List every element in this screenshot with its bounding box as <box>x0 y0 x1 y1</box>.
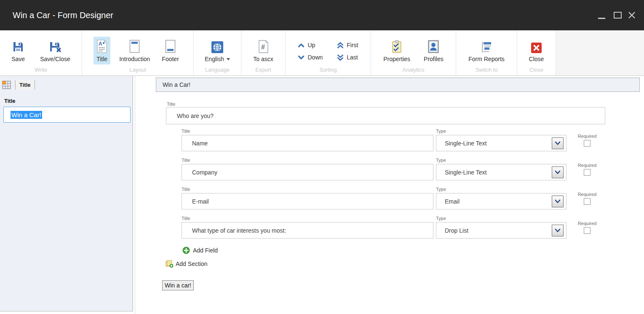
ribbon-empty-area <box>556 30 644 75</box>
form-title-input[interactable]: Who are you? <box>166 107 605 124</box>
field-type-select[interactable]: Drop List <box>436 222 567 239</box>
close-button[interactable]: Close <box>526 37 547 64</box>
double-chevron-up-icon <box>337 42 344 48</box>
close-red-icon <box>531 39 542 53</box>
required-checkbox[interactable] <box>584 198 591 205</box>
globe-icon <box>211 39 223 53</box>
field-type-select[interactable]: Email <box>436 193 567 209</box>
sidebar-title-label: Title <box>4 98 16 104</box>
profiles-button[interactable]: Profiles <box>421 37 446 64</box>
title-input[interactable]: Win a Car! <box>3 107 131 123</box>
maximize-icon <box>614 12 622 19</box>
add-plus-icon <box>182 247 190 254</box>
field-title-label: Title <box>182 187 433 192</box>
chevron-down-icon <box>554 199 561 204</box>
submit-button-preview[interactable]: Win a car! <box>162 280 194 290</box>
footer-button[interactable]: Footer <box>159 37 182 64</box>
sort-up-label: Up <box>307 42 315 48</box>
profiles-person-icon <box>428 39 439 53</box>
field-title-label: Title <box>182 158 433 163</box>
save-button-label: Save <box>11 56 25 62</box>
form-header-title: Win a Car! <box>163 81 190 88</box>
add-field-button[interactable]: Add Field <box>182 247 218 254</box>
field-title-value: Company <box>192 169 217 176</box>
title-input-selected-text: Win a Car! <box>11 111 42 119</box>
field-type-label: Type <box>436 129 567 134</box>
minimize-icon <box>598 18 605 19</box>
ribbon-group-close: Close Close <box>517 30 556 75</box>
chevron-down-icon <box>554 228 561 233</box>
required-label: Required <box>578 192 597 197</box>
required-label: Required <box>578 221 597 226</box>
required-checkbox[interactable] <box>584 227 591 234</box>
close-button-label: Close <box>529 56 544 62</box>
save-button[interactable]: Save <box>8 37 28 64</box>
window-title: Win a Car - Form Designer <box>13 0 113 30</box>
sort-down-label: Down <box>307 54 323 61</box>
title-editor-panel: Title Title Win a Car! <box>0 76 133 311</box>
add-section-label: Add Section <box>176 260 208 267</box>
field-title-value: What type of car interests you most: <box>192 227 286 234</box>
form-header-bar[interactable]: Win a Car! <box>156 78 640 92</box>
title-button[interactable]: A Title <box>94 37 110 64</box>
minimize-button[interactable] <box>594 0 609 30</box>
ribbon-group-label-language: Language <box>194 67 241 73</box>
add-field-label: Add Field <box>193 247 218 254</box>
form-title-label: Title <box>167 102 175 107</box>
field-row-name: Title Name Type Single-Line Text Require… <box>182 129 607 155</box>
field-row-company: Title Company Type Single-Line Text Requ… <box>182 158 607 184</box>
double-chevron-down-icon <box>337 54 344 61</box>
sort-down-button[interactable]: Down <box>298 54 323 61</box>
required-checkbox[interactable] <box>584 140 591 147</box>
ribbon-group-write: Save Save/Close Write <box>0 30 82 75</box>
ribbon-group-language: English Language <box>194 30 241 75</box>
select-dropdown-button[interactable] <box>552 166 564 178</box>
chevron-up-icon <box>298 43 305 48</box>
chevron-down-icon <box>298 55 305 60</box>
field-title-value: Name <box>192 140 208 147</box>
svg-text:#: # <box>261 43 265 51</box>
maximize-button[interactable] <box>610 0 625 30</box>
field-type-select[interactable]: Single-Line Text <box>436 164 567 180</box>
profiles-button-label: Profiles <box>424 56 444 62</box>
ribbon-toolbar: Save Save/Close Write A Title <box>0 30 644 76</box>
window-close-button[interactable] <box>625 0 639 30</box>
save-close-icon <box>48 39 62 53</box>
sidebar-tab-title[interactable]: Title <box>15 80 35 90</box>
select-dropdown-button[interactable] <box>552 196 564 207</box>
add-section-button[interactable]: Add Section <box>166 260 208 268</box>
sort-last-label: Last <box>347 54 358 61</box>
add-section-icon <box>166 260 174 268</box>
sort-last-button[interactable]: Last <box>337 54 358 61</box>
save-close-button[interactable]: Save/Close <box>37 37 73 64</box>
to-ascx-button[interactable]: # To ascx <box>250 37 276 64</box>
field-row-email: Title E-mail Type Email Required <box>182 187 607 213</box>
introduction-button[interactable]: Introduction <box>116 37 153 64</box>
form-reports-button[interactable]: Form Reports <box>465 37 508 64</box>
language-dropdown-button[interactable]: English <box>202 37 233 64</box>
sort-first-label: First <box>347 42 358 48</box>
field-type-label: Type <box>436 216 567 221</box>
field-type-value: Email <box>445 198 460 205</box>
dropdown-arrow-icon <box>227 58 230 60</box>
select-dropdown-button[interactable] <box>552 225 564 236</box>
form-grid-icon <box>1 80 12 90</box>
titlebar: Win a Car - Form Designer <box>0 0 644 30</box>
field-title-input[interactable]: E-mail <box>182 193 433 209</box>
field-title-input[interactable]: What type of car interests you most: <box>182 222 433 239</box>
chevron-down-icon <box>554 141 561 146</box>
footer-page-icon <box>165 39 176 53</box>
properties-clipboard-icon <box>392 39 402 53</box>
properties-button[interactable]: Properties <box>380 37 413 64</box>
field-type-select[interactable]: Single-Line Text <box>436 135 567 151</box>
required-checkbox[interactable] <box>584 169 591 176</box>
language-label: English <box>205 56 224 62</box>
to-ascx-button-label: To ascx <box>253 56 273 62</box>
ribbon-group-label-sorting: Sorting <box>286 67 371 73</box>
sort-first-button[interactable]: First <box>337 42 358 48</box>
field-title-input[interactable]: Company <box>182 164 433 180</box>
sort-up-button[interactable]: Up <box>298 42 323 48</box>
field-title-label: Title <box>182 216 433 221</box>
field-title-input[interactable]: Name <box>182 135 433 151</box>
select-dropdown-button[interactable] <box>552 137 564 149</box>
